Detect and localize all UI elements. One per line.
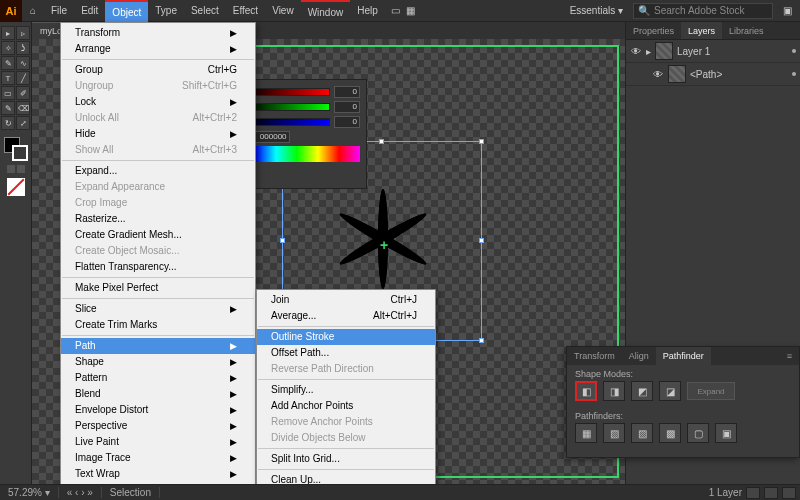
layer-name[interactable]: Layer 1 — [677, 46, 710, 57]
expand-button[interactable]: Expand — [687, 382, 735, 400]
status-icon[interactable] — [746, 487, 760, 499]
eraser-tool[interactable]: ⌫ — [16, 101, 30, 115]
chevron-down-icon: ▾ — [45, 487, 50, 498]
scale-tool[interactable]: ⤢ — [16, 116, 30, 130]
menu-view[interactable]: View — [265, 0, 301, 22]
menu-item[interactable]: Flatten Transparency... — [61, 259, 255, 275]
menu-item[interactable]: Offset Path... — [257, 345, 435, 361]
tab-align[interactable]: Align — [622, 347, 656, 365]
lasso-tool[interactable]: ʖ — [16, 41, 30, 55]
pen-tool[interactable]: ✎ — [1, 56, 15, 70]
menu-window[interactable]: Window — [301, 0, 351, 22]
menu-item[interactable]: Perspective▶ — [61, 418, 255, 434]
tab-libraries[interactable]: Libraries — [722, 22, 771, 39]
menu-item[interactable]: Text Wrap▶ — [61, 466, 255, 482]
target-dot[interactable] — [792, 49, 796, 53]
menu-item[interactable]: Hide▶ — [61, 126, 255, 142]
panel-menu-icon[interactable]: ≡ — [780, 347, 799, 365]
target-dot[interactable] — [792, 72, 796, 76]
layer-row[interactable]: 👁 <Path> — [626, 63, 800, 86]
unite-button[interactable]: ◧ — [575, 381, 597, 401]
zoom-level[interactable]: 57.29% ▾ — [0, 487, 59, 498]
grid-icon[interactable]: ▦ — [406, 5, 415, 16]
menu-item[interactable]: Rasterize... — [61, 211, 255, 227]
none-color-icon[interactable] — [7, 178, 25, 196]
b-value[interactable]: 0 — [334, 116, 360, 128]
trim-button[interactable]: ▧ — [603, 423, 625, 443]
menu-item[interactable]: Expand... — [61, 163, 255, 179]
menu-item[interactable]: Image Trace▶ — [61, 450, 255, 466]
stroke-swatch[interactable] — [12, 145, 28, 161]
b-slider[interactable] — [245, 118, 330, 126]
g-value[interactable]: 0 — [334, 101, 360, 113]
menu-effect[interactable]: Effect — [226, 0, 265, 22]
menu-item[interactable]: Add Anchor Points — [257, 398, 435, 414]
menu-item[interactable]: Slice▶ — [61, 301, 255, 317]
minus-front-button[interactable]: ◨ — [603, 381, 625, 401]
chevron-right-icon[interactable]: ▸ — [646, 46, 651, 57]
crop-button[interactable]: ▩ — [659, 423, 681, 443]
r-slider[interactable] — [245, 88, 330, 96]
tab-layers[interactable]: Layers — [681, 22, 722, 39]
minus-back-button[interactable]: ▣ — [715, 423, 737, 443]
menu-item[interactable]: Pattern▶ — [61, 370, 255, 386]
visibility-icon[interactable]: 👁 — [652, 69, 664, 80]
menu-item[interactable]: Average...Alt+Ctrl+J — [257, 308, 435, 324]
divide-button[interactable]: ▦ — [575, 423, 597, 443]
direct-select-tool[interactable]: ▹ — [16, 26, 30, 40]
menu-item[interactable]: Blend▶ — [61, 386, 255, 402]
menu-item[interactable]: Path▶ — [61, 338, 255, 354]
type-tool[interactable]: T — [1, 71, 15, 85]
menu-select[interactable]: Select — [184, 0, 226, 22]
color-mode-toggles[interactable] — [7, 165, 25, 175]
selection-tool[interactable]: ▸ — [1, 26, 15, 40]
workspace-switcher[interactable]: Essentials ▾ — [570, 5, 623, 16]
menu-item[interactable]: Create Gradient Mesh... — [61, 227, 255, 243]
menu-item[interactable]: Outline Stroke — [257, 329, 435, 345]
menu-item[interactable]: GroupCtrl+G — [61, 62, 255, 78]
menu-item[interactable]: Envelope Distort▶ — [61, 402, 255, 418]
fill-stroke-swatch[interactable] — [4, 137, 28, 161]
menu-type[interactable]: Type — [148, 0, 184, 22]
menu-item[interactable]: Simplify... — [257, 382, 435, 398]
menu-item[interactable]: Make Pixel Perfect — [61, 280, 255, 296]
layer-name[interactable]: <Path> — [690, 69, 722, 80]
g-slider[interactable] — [246, 103, 330, 111]
r-value[interactable]: 0 — [334, 86, 360, 98]
menu-item[interactable]: Arrange▶ — [61, 41, 255, 57]
menu-item[interactable]: Lock▶ — [61, 94, 255, 110]
search-stock-input[interactable]: 🔍 Search Adobe Stock — [633, 3, 773, 19]
shaper-tool[interactable]: ✎ — [1, 101, 15, 115]
menu-item[interactable]: Live Paint▶ — [61, 434, 255, 450]
line-tool[interactable]: ╱ — [16, 71, 30, 85]
rectangle-tool[interactable]: ▭ — [1, 86, 15, 100]
menu-edit[interactable]: Edit — [74, 0, 105, 22]
magic-wand-tool[interactable]: ✧ — [1, 41, 15, 55]
home-icon[interactable]: ⌂ — [22, 5, 44, 16]
paintbrush-tool[interactable]: ✐ — [16, 86, 30, 100]
menu-item[interactable]: Shape▶ — [61, 354, 255, 370]
new-layer-icon[interactable] — [764, 487, 778, 499]
menu-item[interactable]: Split Into Grid... — [257, 451, 435, 467]
intersect-button[interactable]: ◩ — [631, 381, 653, 401]
tab-transform[interactable]: Transform — [567, 347, 622, 365]
delete-icon[interactable] — [782, 487, 796, 499]
arrange-docs-icon[interactable]: ▣ — [783, 5, 792, 16]
visibility-icon[interactable]: 👁 — [630, 46, 642, 57]
share-icon[interactable]: ▭ — [391, 5, 400, 16]
layer-row[interactable]: 👁 ▸ Layer 1 — [626, 40, 800, 63]
menu-item[interactable]: Create Trim Marks — [61, 317, 255, 333]
merge-button[interactable]: ▨ — [631, 423, 653, 443]
nav-arrows[interactable]: « ‹ › » — [59, 487, 102, 498]
menu-file[interactable]: File — [44, 0, 74, 22]
menu-object[interactable]: Object — [105, 0, 148, 22]
menu-item[interactable]: Transform▶ — [61, 25, 255, 41]
menu-help[interactable]: Help — [350, 0, 385, 22]
menu-item[interactable]: JoinCtrl+J — [257, 292, 435, 308]
tab-properties[interactable]: Properties — [626, 22, 681, 39]
exclude-button[interactable]: ◪ — [659, 381, 681, 401]
outline-button[interactable]: ▢ — [687, 423, 709, 443]
tab-pathfinder[interactable]: Pathfinder — [656, 347, 711, 365]
curvature-tool[interactable]: ∿ — [16, 56, 30, 70]
rotate-tool[interactable]: ↻ — [1, 116, 15, 130]
